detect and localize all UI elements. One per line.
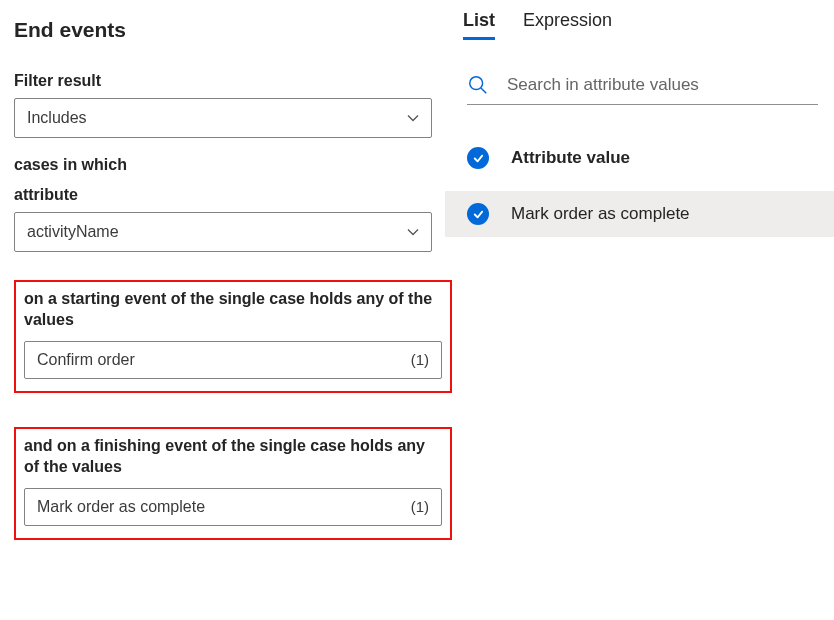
page-title: End events [14, 18, 433, 42]
finishing-event-label: and on a finishing event of the single c… [24, 435, 442, 478]
cases-label: cases in which [14, 154, 433, 176]
chevron-down-icon [407, 112, 419, 124]
tabs: List Expression [445, 10, 834, 40]
search-icon [467, 74, 489, 96]
attribute-label: attribute [14, 186, 433, 204]
tab-expression[interactable]: Expression [523, 10, 612, 40]
search-input[interactable] [507, 75, 818, 95]
chevron-down-icon [407, 226, 419, 238]
finishing-event-value-box[interactable]: Mark order as complete (1) [24, 488, 442, 526]
filter-result-select[interactable]: Includes [14, 98, 432, 138]
check-icon [467, 203, 489, 225]
filter-result-group: Filter result Includes [14, 72, 433, 138]
list-item-label: Mark order as complete [511, 204, 690, 224]
starting-event-value-box[interactable]: Confirm order (1) [24, 341, 442, 379]
right-panel: List Expression Attribute value Mark ord… [445, 0, 834, 620]
svg-point-0 [470, 77, 483, 90]
filter-result-label: Filter result [14, 72, 433, 90]
svg-line-1 [481, 88, 486, 93]
check-icon [467, 147, 489, 169]
attribute-value-list: Mark order as complete [445, 191, 834, 237]
finishing-event-box: and on a finishing event of the single c… [14, 427, 452, 540]
starting-event-count: (1) [411, 351, 429, 368]
finishing-event-count: (1) [411, 498, 429, 515]
finishing-event-value: Mark order as complete [37, 498, 205, 516]
search-row [467, 74, 818, 105]
filter-result-value: Includes [27, 109, 87, 127]
attribute-value: activityName [27, 223, 119, 241]
attribute-value-header-label: Attribute value [511, 148, 630, 168]
starting-event-label: on a starting event of the single case h… [24, 288, 442, 331]
left-panel: End events Filter result Includes cases … [0, 0, 445, 620]
attribute-select[interactable]: activityName [14, 212, 432, 252]
list-item[interactable]: Mark order as complete [445, 191, 834, 237]
attribute-value-header[interactable]: Attribute value [445, 139, 834, 177]
starting-event-value: Confirm order [37, 351, 135, 369]
tab-list[interactable]: List [463, 10, 495, 40]
attribute-group: attribute activityName [14, 186, 433, 252]
starting-event-box: on a starting event of the single case h… [14, 280, 452, 393]
